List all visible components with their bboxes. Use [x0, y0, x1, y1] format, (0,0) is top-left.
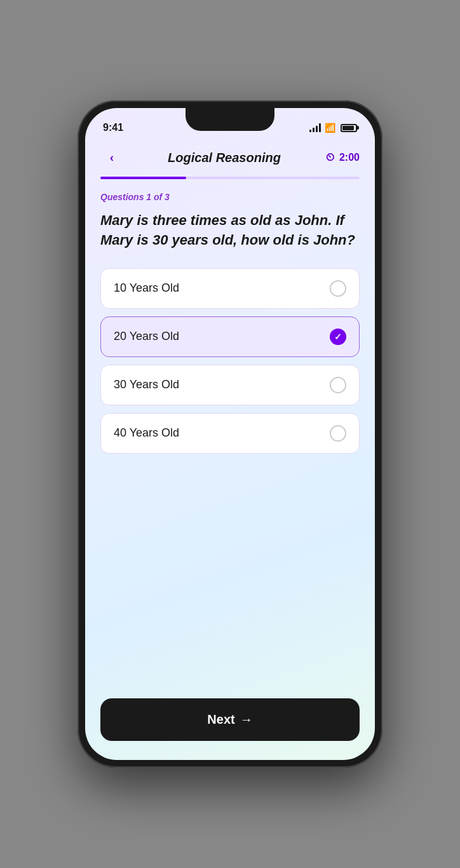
phone-screen: 9:41 📶 ‹ Logical Reasoning: [85, 108, 375, 760]
option-2-radio: ✓: [330, 329, 346, 345]
phone-frame: 9:41 📶 ‹ Logical Reasoning: [78, 100, 382, 768]
content-area: Questions 1 of 3 Mary is three times as …: [85, 179, 375, 686]
option-2[interactable]: 20 Years Old ✓: [100, 316, 360, 357]
option-3-label: 30 Years Old: [114, 378, 179, 391]
timer: ⏲ 2:00: [325, 152, 360, 163]
progress-container: [85, 172, 375, 179]
option-1-label: 10 Years Old: [114, 281, 179, 295]
next-button[interactable]: Next →: [100, 698, 360, 741]
question-counter: Questions 1 of 3: [100, 192, 360, 202]
option-4-label: 40 Years Old: [114, 426, 179, 440]
bottom-area: Next →: [85, 686, 375, 760]
status-icons: 📶: [309, 123, 357, 133]
timer-icon: ⏲: [325, 152, 335, 163]
option-1-radio: [330, 280, 346, 297]
check-icon: ✓: [334, 332, 342, 342]
option-4-radio: [330, 425, 346, 442]
notch: [186, 108, 274, 131]
header-title: Logical Reasoning: [168, 151, 281, 165]
signal-icon: [309, 123, 321, 132]
option-3[interactable]: 30 Years Old: [100, 365, 360, 405]
timer-value: 2:00: [339, 152, 360, 163]
header: ‹ Logical Reasoning ⏲ 2:00: [85, 141, 375, 172]
option-2-label: 20 Years Old: [114, 330, 179, 343]
options-list: 10 Years Old 20 Years Old ✓ 30 Years Old…: [100, 268, 360, 454]
battery-icon: [341, 124, 357, 132]
back-chevron-icon: ‹: [110, 152, 114, 163]
option-1[interactable]: 10 Years Old: [100, 268, 360, 309]
option-4[interactable]: 40 Years Old: [100, 413, 360, 454]
back-button[interactable]: ‹: [100, 146, 123, 169]
next-label: Next: [207, 712, 234, 727]
option-3-radio: [330, 377, 346, 393]
question-text: Mary is three times as old as John. If M…: [100, 211, 360, 250]
next-arrow-icon: →: [240, 712, 253, 727]
status-time: 9:41: [103, 122, 123, 133]
wifi-icon: 📶: [325, 123, 335, 133]
